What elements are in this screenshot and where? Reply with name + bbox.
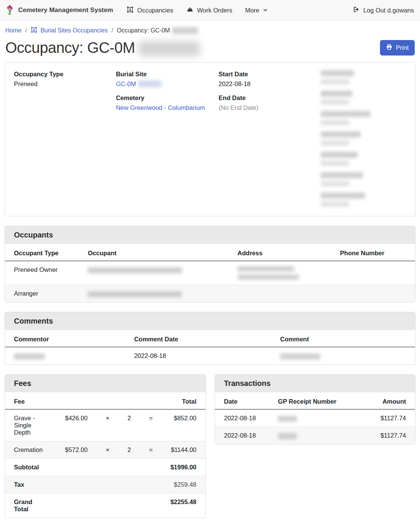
subtotal-label: Subtotal — [5, 459, 56, 476]
details-column-1: Occupancy Type Preneed — [14, 70, 116, 213]
occupant-type-cell: Arranger — [5, 285, 79, 302]
col-fee: Fee — [5, 392, 56, 409]
burial-site-link[interactable]: GC-0M — [116, 79, 136, 88]
app-title: Cemetery Management System — [18, 6, 113, 14]
col-date: Date — [215, 392, 269, 409]
transaction-row: 2022-08-18 $1127.74 — [215, 409, 415, 427]
comments-table: Commentor Comment Date Comment 2022-08-1… — [5, 330, 415, 364]
col-comment: Comment — [271, 330, 415, 347]
fee-unit-price-cell: $572.00 — [56, 441, 97, 459]
col-occupant-type: Occupant Type — [5, 244, 79, 261]
logout-button[interactable]: Log Out d.gowans — [353, 6, 414, 14]
breadcrumb-home[interactable]: Home — [5, 27, 22, 34]
nav-work-orders-label: Work Orders — [197, 7, 232, 14]
fee-multiply-cell: × — [97, 441, 119, 459]
logout-label: Log Out d.gowans — [363, 7, 414, 14]
subtotal-value: $1996.00 — [56, 459, 205, 476]
fee-summary-row: Tax $259.48 — [5, 476, 205, 494]
occupancy-type-value: Preneed — [14, 79, 116, 88]
printer-icon — [386, 44, 392, 52]
grand-total-label: Grand Total — [5, 494, 56, 518]
page-title: Occupancy: GC-0M — [5, 39, 200, 56]
start-date-label: Start Date — [219, 70, 321, 78]
breadcrumb-separator: / — [25, 27, 27, 34]
details-column-4-redacted — [321, 70, 406, 213]
end-date-label: End Date — [219, 94, 321, 102]
fee-total-cell: $852.00 — [162, 409, 205, 441]
chevron-down-icon — [263, 7, 268, 14]
breadcrumb: Home / Burial Sites Occupancies / Occupa… — [5, 21, 415, 38]
nav-more[interactable]: More — [245, 7, 268, 14]
redacted-field — [321, 152, 406, 166]
details-column-3: Start Date 2022-08-18 End Date (No End D… — [219, 70, 321, 213]
comments-card: Comments Commentor Comment Date Comment … — [5, 312, 415, 365]
occupant-address-cell — [229, 285, 331, 302]
comment-date-cell: 2022-08-18 — [125, 347, 271, 364]
print-label: Print — [396, 44, 409, 51]
breadcrumb-burial-sites-occupancies[interactable]: Burial Sites Occupancies — [31, 26, 108, 35]
fee-summary-row: Grand Total $2255.48 — [5, 494, 205, 518]
col-total: Total — [162, 392, 205, 409]
occupancy-details-card: Occupancy Type Preneed Burial Site GC-0M… — [5, 62, 415, 216]
col-gp-receipt-number: GP Receipt Number — [269, 392, 363, 409]
col-phone-number: Phone Number — [331, 244, 415, 261]
occupants-card-title: Occupants — [5, 226, 415, 244]
nav-more-label: More — [245, 7, 259, 14]
occupant-name-cell — [79, 285, 228, 302]
burial-site-icon — [31, 26, 37, 35]
transaction-amount-cell: $1127.74 — [363, 409, 415, 427]
redacted-field — [321, 111, 406, 125]
nav-occupancies[interactable]: Occupancies — [127, 6, 173, 15]
redacted-field — [321, 131, 406, 145]
redacted-text — [139, 41, 200, 56]
occupant-name-cell — [79, 261, 228, 285]
fee-equals-cell: = — [140, 441, 162, 459]
occupants-card: Occupants Occupant Type Occupant Address… — [5, 226, 415, 302]
details-column-2: Burial Site GC-0M Cemetery New Greenwood… — [116, 70, 219, 213]
burial-site-field: Burial Site GC-0M — [116, 70, 219, 88]
occupants-table: Occupant Type Occupant Address Phone Num… — [5, 244, 415, 302]
occupancy-type-field: Occupancy Type Preneed — [14, 70, 116, 88]
hard-hat-icon — [186, 6, 194, 15]
transaction-row: 2022-08-18 $1127.74 — [215, 427, 415, 444]
occupant-row: Arranger — [5, 285, 415, 302]
occupant-address-cell — [229, 261, 331, 285]
occupancy-type-label: Occupancy Type — [14, 70, 116, 78]
end-date-field: End Date (No End Date) — [219, 94, 321, 112]
occupant-row: Preneed Owner — [5, 261, 415, 285]
fee-total-cell: $1144.00 — [162, 441, 205, 459]
redacted-text — [138, 80, 162, 87]
grand-total-value: $2255.48 — [56, 494, 205, 518]
redacted-field — [321, 91, 406, 105]
print-button[interactable]: Print — [380, 40, 415, 56]
occupant-phone-cell — [331, 261, 415, 285]
fee-unit-price-cell: $426.00 — [56, 409, 97, 441]
fees-table: Fee Total Grave - Single Depth $426.00 ×… — [5, 392, 205, 518]
fee-row: Cremation $572.00 × 2 = $1144.00 — [5, 441, 205, 459]
burial-site-icon — [127, 6, 134, 15]
fee-multiply-cell: × — [97, 409, 119, 441]
redacted-field — [321, 193, 406, 207]
cemetery-field: Cemetery New Greenwood - Columbarium — [116, 94, 219, 112]
sign-out-icon — [353, 6, 360, 14]
transaction-date-cell: 2022-08-18 — [215, 427, 269, 444]
occupant-type-cell: Preneed Owner — [5, 261, 79, 285]
col-amount: Amount — [363, 392, 415, 409]
redacted-field — [321, 172, 406, 186]
comments-card-title: Comments — [5, 312, 415, 330]
app-brand: Cemetery Management System — [5, 3, 113, 17]
burial-site-label: Burial Site — [116, 70, 219, 78]
col-occupant: Occupant — [79, 244, 228, 261]
start-date-value: 2022-08-18 — [219, 79, 321, 88]
cemetery-link[interactable]: New Greenwood - Columbarium — [116, 103, 205, 112]
tax-label: Tax — [5, 476, 56, 494]
transaction-date-cell: 2022-08-18 — [215, 409, 269, 427]
transactions-card-title: Transactions — [215, 375, 415, 392]
nav-work-orders[interactable]: Work Orders — [186, 6, 232, 15]
fee-equals-cell: = — [140, 409, 162, 441]
commentor-cell — [5, 347, 125, 364]
top-navbar: Cemetery Management System Occupancies W — [0, 0, 420, 21]
redacted-field — [321, 70, 406, 84]
tax-value: $259.48 — [56, 476, 205, 494]
fee-quantity-cell: 2 — [119, 409, 140, 441]
